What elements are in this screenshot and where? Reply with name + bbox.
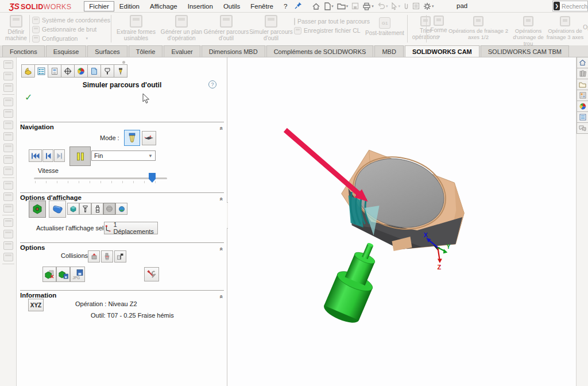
- cam-feature-icon[interactable]: [3, 204, 13, 213]
- menu-fenetre[interactable]: Fenêtre: [245, 1, 278, 11]
- cam-feature-icon[interactable]: [3, 132, 13, 141]
- undo-icon[interactable]: ▾: [376, 1, 389, 11]
- show-target-part-button[interactable]: [29, 200, 46, 218]
- configuration-manager-tab[interactable]: [48, 64, 61, 78]
- collapse-chevron-icon[interactable]: «: [218, 295, 225, 298]
- ribbon-simuler-parcours[interactable]: Simuler parcours d'outil: [249, 15, 293, 41]
- cam-feature-icon[interactable]: [3, 192, 13, 201]
- select-cursor-icon[interactable]: ▾: [390, 1, 401, 11]
- cam-feature-icon[interactable]: [3, 109, 13, 118]
- pause-button[interactable]: [69, 146, 91, 166]
- ribbon-generer-parcours[interactable]: Générer parcours d'outil: [203, 15, 249, 41]
- cam-operation-tree-tab[interactable]: [100, 64, 114, 78]
- cam-feature-icon[interactable]: [3, 230, 13, 238]
- tab-complements[interactable]: Compléments de SOLIDWORKS: [266, 45, 374, 57]
- step-back-button[interactable]: [42, 149, 53, 162]
- tab-tolerie[interactable]: Tôlerie: [129, 45, 163, 57]
- cam-feature-icon[interactable]: [3, 83, 13, 92]
- show-stock-button[interactable]: [49, 200, 66, 218]
- appearances-icon[interactable]: [577, 101, 588, 112]
- record-save-button[interactable]: [56, 267, 70, 282]
- tab-solidworks-cam[interactable]: SOLIDWORKS CAM: [405, 45, 479, 57]
- update-moves-button[interactable]: 1 Déplacements: [104, 222, 158, 234]
- tab-solidworks-cam-tbm[interactable]: SOLIDWORKS CAM TBM: [481, 45, 569, 57]
- menu-insertion[interactable]: Insertion: [183, 1, 218, 11]
- cam-feature-icon[interactable]: [3, 60, 13, 69]
- menu-fichier[interactable]: Fichier: [84, 1, 114, 11]
- ribbon-systeme-coordonnees[interactable]: Système de coordonnées: [32, 16, 110, 25]
- simulation-settings-button[interactable]: [144, 267, 159, 281]
- dimxpert-manager-tab[interactable]: [61, 64, 75, 78]
- section-display-options[interactable]: Options d'affichage«: [20, 192, 224, 201]
- design-library-icon[interactable]: [577, 68, 588, 79]
- ribbon-clipped-item[interactable]: Op: [581, 24, 588, 30]
- show-rapid-moves-button[interactable]: [103, 203, 115, 215]
- tab-fonctions[interactable]: Fonctions: [2, 45, 45, 57]
- ribbon-forme[interactable]: Forme ▾: [427, 16, 450, 39]
- tab-evaluer[interactable]: Evaluer: [164, 45, 200, 57]
- cam-feature-tree-tab[interactable]: [87, 64, 101, 78]
- collapse-chevron-icon[interactable]: «: [218, 197, 225, 200]
- tab-esquisse[interactable]: Esquisse: [46, 45, 87, 57]
- menu-outils[interactable]: Outils: [218, 1, 245, 11]
- tab-dimensions-mbd[interactable]: Dimensions MBD: [202, 45, 265, 57]
- open-file-icon[interactable]: ▾: [336, 1, 350, 11]
- cam-feature-icon[interactable]: [3, 144, 13, 152]
- document-list-icon[interactable]: [411, 1, 421, 11]
- ribbon-passer-parcours[interactable]: Passer par tout le parcours: [294, 17, 369, 26]
- panel-resize-dot[interactable]: [122, 61, 125, 64]
- xyz-button[interactable]: XYZ: [28, 299, 44, 311]
- menu-affichage[interactable]: Affichage: [145, 1, 183, 11]
- graphics-viewport[interactable]: X Z Y: [228, 57, 576, 386]
- ribbon-definir-machine[interactable]: Définir machine: [3, 15, 29, 41]
- show-comparison-button[interactable]: [115, 203, 127, 215]
- feature-tree-tab[interactable]: [21, 64, 35, 78]
- ribbon-enregistrer-cl[interactable]: Enregistrer fichier CL: [294, 26, 369, 35]
- ribbon-post-traitement[interactable]: G1 Post-traitement: [363, 17, 407, 36]
- new-file-icon[interactable]: ▾: [323, 1, 335, 11]
- ribbon-fraisage-2axes[interactable]: Opérations de fraisage 2 axes 1/2: [448, 16, 509, 40]
- go-to-start-button[interactable]: [29, 149, 42, 162]
- help-icon[interactable]: ?: [208, 80, 216, 88]
- cam-feature-icon[interactable]: [3, 253, 13, 261]
- mode-tool-button[interactable]: [124, 130, 140, 146]
- collapse-chevron-icon[interactable]: «: [218, 126, 225, 129]
- collapse-chevron-icon[interactable]: «: [218, 247, 225, 250]
- mode-turbo-button[interactable]: [142, 131, 156, 145]
- resources-home-icon[interactable]: [577, 57, 588, 68]
- section-options[interactable]: Options«: [20, 242, 224, 251]
- print-icon[interactable]: ▾: [361, 1, 375, 11]
- collision-pause-button[interactable]: [101, 250, 113, 263]
- tab-surfaces[interactable]: Surfaces: [87, 45, 127, 57]
- ribbon-fraisage-3axes[interactable]: Opérations de fraisage 3 axes: [544, 16, 586, 40]
- step-forward-button[interactable]: [54, 149, 65, 162]
- search-box[interactable]: ❯ Recherch: [552, 1, 588, 11]
- ribbon-generer-plan[interactable]: Générer un plan d'opération: [160, 15, 203, 41]
- section-information[interactable]: Information«: [20, 290, 224, 299]
- cam-feature-icon[interactable]: [3, 72, 13, 80]
- show-tool-button[interactable]: [79, 203, 91, 215]
- record-discard-button[interactable]: [42, 267, 56, 282]
- show-fixtures-button[interactable]: [67, 203, 79, 215]
- custom-properties-icon[interactable]: [577, 111, 588, 123]
- cam-feature-icon[interactable]: [3, 167, 13, 175]
- cam-feature-icon[interactable]: [3, 155, 13, 164]
- forum-icon[interactable]: [577, 122, 588, 134]
- pin-icon[interactable]: [295, 2, 302, 10]
- file-explorer-icon[interactable]: [577, 79, 588, 90]
- menu-edition[interactable]: Edition: [114, 1, 145, 11]
- ribbon-usinage-trou[interactable]: Opérations d'usinage de trou: [508, 16, 549, 45]
- menu-help[interactable]: ?: [278, 1, 292, 11]
- property-manager-tab[interactable]: [34, 64, 48, 78]
- tab-mbd[interactable]: MBD: [374, 45, 403, 57]
- settings-gear-icon[interactable]: ▾: [422, 1, 435, 11]
- record-jpg-button[interactable]: JPG: [70, 267, 85, 282]
- ribbon-configuration[interactable]: Configuration▾: [32, 34, 110, 43]
- cam-feature-icon[interactable]: [3, 241, 13, 250]
- cam-feature-icon[interactable]: [3, 181, 13, 190]
- speed-slider-track[interactable]: [34, 177, 167, 179]
- cam-feature-icon[interactable]: [3, 121, 13, 129]
- collision-flag-button[interactable]: [114, 250, 126, 263]
- cam-feature-icon[interactable]: [3, 218, 13, 227]
- view-palette-icon[interactable]: [577, 90, 588, 101]
